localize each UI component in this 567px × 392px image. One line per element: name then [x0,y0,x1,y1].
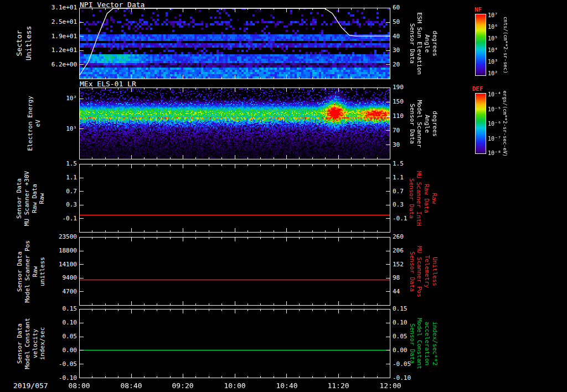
tick-label: 0.3 [393,202,418,208]
tick-label: -0.10 [393,375,418,381]
panel1-left-ticks: 3.1e+012.5e+011.9e+011.2e+016.2e+00 [33,8,77,79]
panel3-right-ticks: 1.51.10.70.3-0.1 [393,164,418,233]
tick-label: 0.15 [393,306,418,312]
tick-label: 10⁷ [488,13,512,18]
els-spectrogram-canvas [79,87,390,159]
tick-label: 10² [488,71,512,76]
tick-label: 10⁻⁶ [488,121,512,127]
def-colorbar [475,93,486,154]
tick-label: -0.1 [393,215,418,222]
scanner-pos-line-panel-canvas [79,237,390,306]
tick-label: 4700 [33,288,77,295]
time-tick-0: 08:00 [61,381,97,390]
tick-label: 10⁶ [488,24,512,30]
tick-label: 10⁻⁷ [488,136,512,142]
tick-label: 1.5 [393,161,418,167]
tick-label: -0.05 [33,361,77,368]
mu-scanner-line-panel-canvas [79,164,390,233]
tick-label: 20 [393,61,418,68]
tick-label: 44 [393,288,418,295]
tick-label: 10⁻⁴ [488,92,512,97]
tick-label: 10⁵ [488,36,512,42]
tick-label: 1.1 [393,174,418,181]
tick-label: 1.9e+01 [33,33,77,40]
tick-label: 260 [393,234,418,240]
tick-label: 152 [393,261,418,268]
nf-colorbar [475,14,486,76]
time-tick-2: 09:20 [165,381,200,390]
tick-label: 6.2e+00 [33,61,77,68]
tick-label: 0.05 [393,333,418,340]
tick-label: 0.3 [33,202,77,208]
tick-label: 1.1 [33,174,77,181]
nf-colorbar-ticks: 10⁷10⁶10⁵10⁴10³10² [488,14,512,76]
tick-label: 40 [393,33,418,40]
tick-label: 30 [393,47,418,54]
tick-label: -0.05 [393,361,418,368]
time-tick-4: 10:40 [269,381,305,390]
tick-label: 0.00 [33,347,77,354]
tick-label: 30 [393,142,418,148]
panel2-title: MEx ELS-01 LR [80,80,136,88]
time-tick-5: 11:20 [321,381,356,390]
model-constant-line-panel-canvas [79,309,390,378]
panel3-left-ticks: 1.51.10.70.3-0.1 [33,164,77,233]
tick-label: -0.1 [33,215,77,222]
def-colorbar-ticks: 10⁻⁴10⁻⁵10⁻⁶10⁻⁷10⁻⁸ [488,93,512,154]
tick-label: 0.15 [33,306,77,312]
tick-label: 150 [393,99,418,105]
tick-label: 10⁻⁵ [488,107,512,112]
tick-label: 0.00 [393,347,418,354]
time-tick-6: 12:00 [373,381,408,390]
tick-label: 9400 [33,275,77,281]
tick-label: 0.7 [393,188,418,195]
tick-label: 23500 [33,234,77,240]
date-label: 2019/057 [13,381,58,390]
tick-label: 206 [393,247,418,254]
npi-spectrogram-canvas [79,8,390,79]
def-colorbar-title: DEF [472,85,483,92]
tick-label: 0.05 [33,333,77,340]
tick-label: 1.2e+01 [33,47,77,54]
panel1-left-axis-label-text: Sector Unitless [15,26,34,61]
tick-label: 10¹ [33,126,77,132]
tick-label: 70 [393,127,418,134]
tick-label: 190 [393,84,418,91]
tick-label: 0.10 [33,319,77,326]
tick-label: -0.10 [33,375,77,381]
panel2-left-ticks: 10²10¹ [33,87,77,159]
tick-label: 10³ [488,59,512,65]
panel4-right-ticks: 2602061529844 [393,237,418,306]
tick-label: 10⁴ [488,48,512,53]
tick-label: 14100 [33,261,77,268]
panel2-right-ticks: 1901501107030 [393,87,418,159]
tick-label: 0.10 [393,319,418,326]
tick-label: 0.7 [33,188,77,195]
tick-label: 50 [393,19,418,25]
tick-label: 98 [393,275,418,281]
panel5-right-ticks: 0.150.100.050.00-0.05-0.10 [393,309,418,378]
tick-label: 10⁻⁸ [488,151,512,156]
nf-colorbar-title: NF [475,6,482,13]
panel4-left-ticks: 23500188001410094004700 [33,237,77,306]
time-tick-1: 08:40 [114,381,149,390]
time-tick-3: 10:00 [217,381,252,390]
tick-label: 10² [33,95,77,102]
tick-label: 1.5 [33,161,77,167]
tplot-figure: NPI Vector Data MEx ELS-01 LR 3.1e+012.5… [0,0,567,392]
tick-label: 2.5e+01 [33,19,77,25]
tick-label: 110 [393,113,418,120]
tick-label: 60 [393,4,418,11]
tick-label: 3.1e+01 [33,4,77,11]
panel5-left-ticks: 0.150.100.050.00-0.05-0.10 [33,309,77,378]
tick-label: 18800 [33,247,77,254]
panel1-right-ticks: 6050403020 [393,8,418,79]
